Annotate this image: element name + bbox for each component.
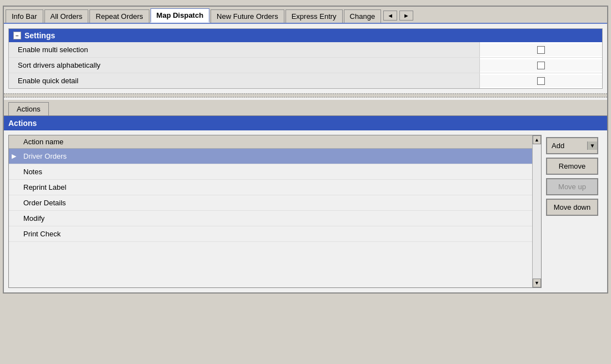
action-name-print-check: Print Check (19, 226, 532, 241)
action-row-notes[interactable]: Notes (9, 164, 532, 180)
settings-title: Settings (24, 31, 55, 40)
remove-button[interactable]: Remove (546, 158, 598, 175)
action-name-driver-orders: Driver Orders (19, 149, 532, 164)
action-row-order-details[interactable]: Order Details (9, 195, 532, 211)
actions-list-header: Action name (9, 135, 532, 149)
settings-value-sort-drivers (480, 59, 602, 72)
action-name-reprint-label: Reprint Label (19, 180, 532, 195)
settings-section: − Settings Enable multi selection Sort d… (8, 28, 603, 89)
tab-repeat-orders[interactable]: Repeat Orders (89, 9, 149, 23)
actions-scrollbar: ▲ ▼ (532, 135, 541, 287)
tab-prev-button[interactable]: ◄ (383, 11, 397, 21)
settings-value-quick-detail (480, 75, 602, 87)
settings-label-sort-drivers: Sort drivers alphabetically (9, 58, 480, 73)
scroll-down-button[interactable]: ▼ (533, 279, 541, 287)
add-button-label: Add (552, 141, 564, 150)
tab-all-orders[interactable]: All Orders (44, 9, 89, 23)
actions-list-scroll[interactable]: ▶ Driver Orders Notes Reprint Label (9, 149, 532, 287)
add-dropdown-arrow[interactable]: ▼ (587, 141, 597, 150)
settings-header: − Settings (9, 29, 602, 42)
actions-tab[interactable]: Actions (8, 102, 49, 115)
tab-map-dispatch[interactable]: Map Dispatch (151, 8, 210, 23)
add-button[interactable]: Add ▼ (546, 137, 598, 154)
actions-section: Action name ▶ Driver Orders Notes (8, 135, 603, 288)
settings-checkbox-sort-drivers[interactable] (537, 62, 545, 69)
tab-new-future-orders[interactable]: New Future Orders (211, 9, 284, 23)
action-arrow-print-check (9, 231, 19, 237)
settings-row-quick-detail: Enable quick detail (9, 73, 602, 88)
settings-row-sort-drivers: Sort drivers alphabetically (9, 58, 602, 73)
settings-value-multi-selection (480, 44, 602, 56)
tab-bar: Info Bar All Orders Repeat Orders Map Di… (4, 7, 607, 24)
action-arrow-modify (9, 215, 19, 222)
action-name-notes: Notes (19, 164, 532, 179)
action-arrow-order-details (9, 200, 19, 206)
action-arrow-notes (9, 169, 19, 175)
actions-tab-bar: Actions (4, 100, 607, 116)
main-container: Info Bar All Orders Repeat Orders Map Di… (3, 6, 608, 294)
tab-change[interactable]: Change (344, 9, 382, 23)
scroll-up-button[interactable]: ▲ (533, 135, 541, 144)
actions-column-header: Action name (19, 135, 532, 148)
actions-header: Actions (4, 116, 607, 130)
action-row-driver-orders[interactable]: ▶ Driver Orders (9, 149, 532, 164)
action-name-order-details: Order Details (19, 195, 532, 210)
settings-checkbox-multi-selection[interactable] (537, 46, 545, 54)
action-name-modify: Modify (19, 211, 532, 226)
list-with-scroll: Action name ▶ Driver Orders Notes (9, 135, 541, 287)
settings-label-quick-detail: Enable quick detail (9, 73, 480, 88)
tab-next-button[interactable]: ► (399, 11, 413, 21)
separator (4, 93, 607, 98)
settings-collapse-button[interactable]: − (13, 32, 21, 39)
action-arrow-reprint-label (9, 184, 19, 191)
settings-label-multi-selection: Enable multi selection (9, 42, 480, 57)
action-selected-arrow: ▶ (9, 149, 19, 163)
header-arrow-spacer (9, 135, 19, 148)
tab-info-bar[interactable]: Info Bar (6, 9, 43, 23)
tab-express-entry[interactable]: Express Entry (286, 9, 343, 23)
settings-row-multi-selection: Enable multi selection (9, 42, 602, 58)
scroll-track (533, 144, 541, 279)
action-row-modify[interactable]: Modify (9, 211, 532, 226)
buttons-panel: Add ▼ Remove Move up Move down (542, 135, 603, 288)
actions-list: Action name ▶ Driver Orders Notes (9, 135, 532, 287)
move-down-button[interactable]: Move down (546, 199, 598, 216)
actions-list-container: Action name ▶ Driver Orders Notes (8, 135, 542, 288)
action-row-reprint-label[interactable]: Reprint Label (9, 180, 532, 195)
action-row-print-check[interactable]: Print Check (9, 226, 532, 242)
move-up-button[interactable]: Move up (546, 178, 598, 195)
actions-content: Actions Action name ▶ Driver Orders (4, 116, 607, 288)
settings-checkbox-quick-detail[interactable] (537, 77, 545, 85)
